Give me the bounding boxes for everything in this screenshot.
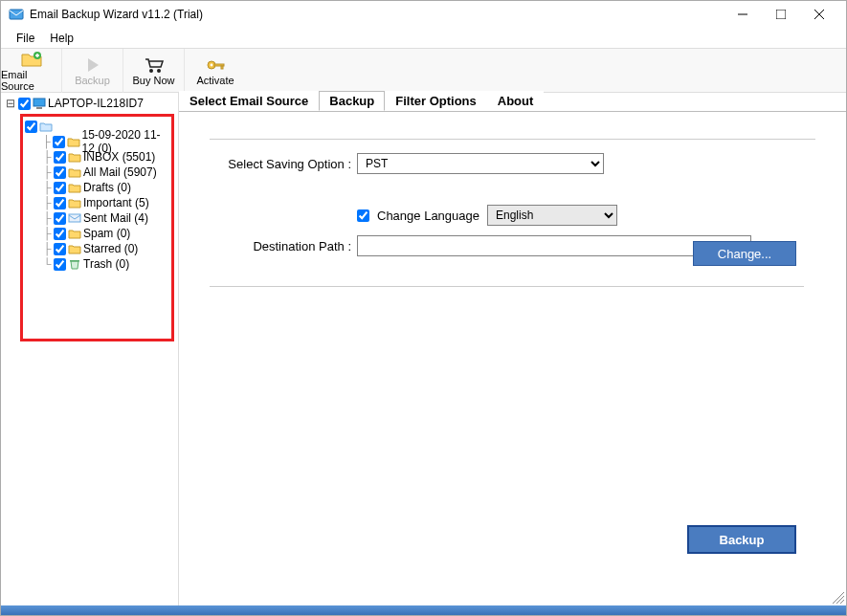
key-icon bbox=[205, 55, 226, 75]
activate-label: Activate bbox=[196, 75, 234, 86]
folder-icon bbox=[68, 182, 81, 193]
folder-checkbox[interactable] bbox=[54, 166, 66, 179]
backup-toolbar-button[interactable]: Backup bbox=[62, 49, 123, 93]
folder-icon bbox=[68, 243, 81, 254]
folder-row[interactable]: ├Important (5) bbox=[25, 195, 169, 210]
folder-row[interactable]: ├Drafts (0) bbox=[25, 180, 169, 195]
folder-checkbox[interactable] bbox=[54, 228, 66, 240]
destination-label: Destination Path : bbox=[210, 239, 357, 253]
folder-checkbox[interactable] bbox=[54, 151, 66, 164]
account-icon bbox=[39, 121, 53, 132]
change-language-checkbox[interactable] bbox=[357, 209, 369, 222]
folder-checkbox[interactable] bbox=[54, 197, 66, 209]
folder-row[interactable]: ├All Mail (5907) bbox=[25, 165, 169, 180]
main-panel: Select Email Source Backup Filter Option… bbox=[179, 93, 846, 605]
buy-now-label: Buy Now bbox=[132, 75, 174, 86]
window-title: Email Backup Wizard v11.2 (Trial) bbox=[30, 8, 724, 21]
statusbar bbox=[1, 605, 846, 615]
folder-label: INBOX (5501) bbox=[83, 150, 155, 164]
svg-rect-15 bbox=[70, 260, 79, 262]
folder-label: Important (5) bbox=[83, 196, 149, 209]
folder-label: Trash (0) bbox=[83, 257, 129, 271]
titlebar: Email Backup Wizard v11.2 (Trial) bbox=[1, 1, 846, 28]
folder-checkbox[interactable] bbox=[54, 212, 66, 225]
folder-icon bbox=[68, 197, 81, 209]
folder-checkbox[interactable] bbox=[54, 182, 66, 194]
folder-label: Starred (0) bbox=[83, 242, 138, 255]
svg-rect-12 bbox=[33, 99, 45, 106]
tabs: Select Email Source Backup Filter Option… bbox=[179, 91, 846, 112]
tree-branch-icon: ├ bbox=[42, 150, 52, 164]
toolbar: Email Source Backup Buy Now Activate bbox=[1, 49, 846, 93]
folder-row[interactable]: ├INBOX (5501) bbox=[25, 149, 169, 165]
divider-top bbox=[210, 139, 815, 140]
cart-icon bbox=[144, 55, 165, 75]
folder-highlight-box: ├15-09-2020 11-12 (0)├INBOX (5501)├All M… bbox=[20, 114, 174, 341]
svg-rect-0 bbox=[10, 10, 23, 19]
tab-about[interactable]: About bbox=[487, 91, 545, 111]
resize-grip[interactable] bbox=[831, 590, 844, 604]
root-checkbox[interactable] bbox=[18, 98, 31, 110]
tree-branch-icon: ├ bbox=[42, 227, 52, 240]
folder-icon bbox=[68, 166, 81, 178]
tree-branch-icon: ├ bbox=[42, 211, 52, 225]
tree-root[interactable]: ⊟ LAPTOP-IL218ID7 bbox=[3, 95, 178, 112]
menubar: File Help bbox=[1, 28, 846, 49]
language-row: Change Language English bbox=[357, 205, 815, 226]
svg-rect-2 bbox=[776, 10, 786, 19]
language-select[interactable]: English bbox=[487, 205, 617, 226]
folder-label: Drafts (0) bbox=[83, 181, 131, 194]
folder-icon bbox=[68, 151, 81, 163]
content-area: ⊟ LAPTOP-IL218ID7 ├15-09-2020 11-12 (0)├… bbox=[1, 93, 846, 605]
svg-rect-11 bbox=[221, 66, 223, 69]
account-checkbox[interactable] bbox=[25, 121, 37, 133]
svg-point-6 bbox=[149, 69, 153, 73]
maximize-button[interactable] bbox=[762, 1, 800, 28]
folder-row[interactable]: ├Starred (0) bbox=[25, 241, 169, 256]
tree-branch-icon: ├ bbox=[42, 242, 52, 255]
saving-option-label: Select Saving Option : bbox=[210, 157, 357, 171]
tab-backup[interactable]: Backup bbox=[319, 91, 385, 111]
tree-branch-icon: ├ bbox=[42, 196, 52, 209]
folder-row[interactable]: └Trash (0) bbox=[25, 256, 169, 272]
menu-help[interactable]: Help bbox=[42, 30, 81, 47]
folder-icon bbox=[67, 136, 80, 147]
folder-icon bbox=[68, 258, 81, 270]
tree-branch-icon: ├ bbox=[42, 135, 51, 148]
close-button[interactable] bbox=[800, 1, 838, 28]
tree-branch-icon: ├ bbox=[42, 181, 52, 194]
change-button[interactable]: Change... bbox=[693, 241, 796, 266]
tree-branch-icon: └ bbox=[42, 257, 52, 271]
folder-checkbox[interactable] bbox=[54, 243, 66, 255]
backup-panel: Select Saving Option : PST Change Langua… bbox=[179, 112, 846, 256]
collapse-icon[interactable]: ⊟ bbox=[5, 97, 16, 110]
folder-checkbox[interactable] bbox=[53, 136, 65, 148]
folder-row[interactable]: ├15-09-2020 11-12 (0) bbox=[25, 134, 169, 149]
backup-toolbar-label: Backup bbox=[75, 75, 110, 86]
folder-list: ├15-09-2020 11-12 (0)├INBOX (5501)├All M… bbox=[25, 134, 169, 272]
tab-filter-options[interactable]: Filter Options bbox=[385, 91, 487, 111]
root-label: LAPTOP-IL218ID7 bbox=[48, 97, 144, 110]
tree-branch-icon: ├ bbox=[42, 165, 52, 179]
buy-now-button[interactable]: Buy Now bbox=[123, 49, 185, 93]
folder-checkbox[interactable] bbox=[54, 258, 66, 271]
tab-select-email-source[interactable]: Select Email Source bbox=[179, 91, 319, 111]
folder-row[interactable]: ├Spam (0) bbox=[25, 226, 169, 241]
svg-line-16 bbox=[840, 600, 844, 604]
folder-icon bbox=[68, 212, 81, 224]
app-icon bbox=[9, 7, 24, 22]
change-language-label: Change Language bbox=[377, 209, 479, 223]
folder-icon bbox=[68, 228, 81, 239]
saving-option-select[interactable]: PST bbox=[357, 153, 604, 174]
minimize-button[interactable] bbox=[724, 1, 762, 28]
backup-button[interactable]: Backup bbox=[687, 525, 796, 554]
email-source-button[interactable]: Email Source bbox=[1, 49, 62, 93]
menu-file[interactable]: File bbox=[9, 30, 42, 47]
divider-bottom bbox=[210, 286, 804, 287]
svg-line-17 bbox=[836, 596, 844, 604]
folder-label: All Mail (5907) bbox=[83, 165, 157, 179]
svg-point-7 bbox=[157, 69, 161, 73]
activate-button[interactable]: Activate bbox=[185, 49, 246, 93]
folder-row[interactable]: ├Sent Mail (4) bbox=[25, 210, 169, 226]
folder-label: Spam (0) bbox=[83, 227, 130, 240]
